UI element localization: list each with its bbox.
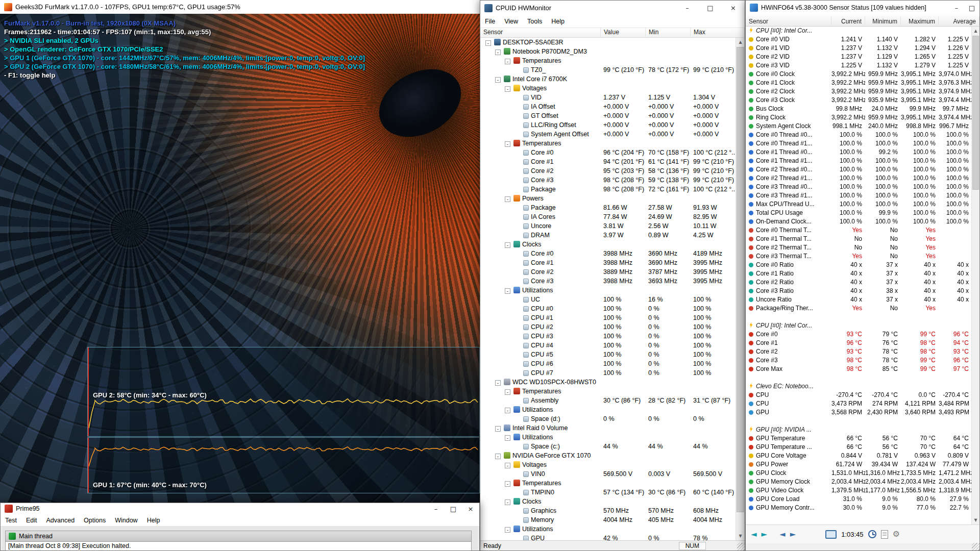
hwmonitor-sensor-row[interactable]: Core #398 °C (208 °F)59 °C (138 °F)99 °C… (480, 176, 736, 185)
prime95-titlebar[interactable]: Prime95 – □ × (1, 503, 479, 514)
column-average[interactable]: Average (939, 16, 979, 25)
tree-expand-box[interactable]: - (505, 499, 510, 505)
furmark-titlebar[interactable]: Geeks3D FurMark v1.17.0.0 - 107FPS, GPU1… (0, 0, 480, 14)
hwinfo-sensor-row[interactable]: CPU [#0]: Intel Cor... (746, 27, 972, 35)
main-thread-titlebar[interactable]: Main thread (5, 531, 472, 542)
hwmonitor-sensor-row[interactable]: -Utilizations (480, 433, 736, 442)
prev-page-button[interactable]: ◄ (751, 531, 757, 538)
maximize-button[interactable]: □ (964, 1, 979, 15)
hwinfo-sensor-row[interactable]: Core #1 VID1.237 V1.132 V1.294 V1.226 V (746, 44, 972, 53)
hwmonitor-sensor-row[interactable]: LLC/Ring Offset+0.000 V+0.000 V+0.000 V (480, 120, 736, 130)
prev-sensor-button[interactable]: ◄ (779, 531, 786, 538)
minimize-button[interactable]: – (676, 1, 699, 15)
hwmonitor-sensor-row[interactable]: -NVIDIA GeForce GTX 1070 (480, 451, 736, 460)
hwmonitor-sensor-row[interactable]: VID1.237 V1.125 V1.304 V (480, 93, 736, 102)
menu-item-help[interactable]: Help (142, 514, 165, 526)
hwinfo-sensor-row[interactable]: Bus Clock99.8 MHz24.0 MHz99.9 MHz99.7 MH… (746, 105, 972, 113)
close-button[interactable]: × (462, 503, 479, 514)
scroll-up-icon[interactable]: ▲ (736, 38, 745, 46)
hwinfo-scrollbar[interactable]: ▲ ▼ (971, 27, 979, 524)
hwmonitor-sensor-row[interactable]: CPU #7100 %0 %100 % (480, 368, 736, 378)
hwinfo-sensor-row[interactable]: On-Demand Clock...100.0 %100.0 %100.0 %1… (746, 217, 972, 226)
hwinfo-sensor-row[interactable]: Core #2 Thermal T...NoNoYes (746, 243, 972, 252)
resize-grip[interactable] (737, 543, 745, 550)
hwinfo-sensor-row[interactable]: GPU Temperature66 °C56 °C70 °C64 °C (746, 434, 972, 443)
hwmonitor-sensor-row[interactable]: -Intel Raid 0 Volume (480, 423, 736, 433)
hwmonitor-sensor-row[interactable]: Uncore3.81 W2.56 W10.11 W (480, 221, 736, 231)
hwinfo-sensor-row[interactable]: Package/Ring Ther...YesNoYes (746, 304, 972, 313)
column-minimum[interactable]: Minimum (865, 16, 901, 25)
hwmonitor-sensor-row[interactable]: VIN0569.500 V0.003 V569.500 V (480, 469, 736, 479)
tree-expand-box[interactable]: - (495, 426, 501, 432)
hwinfo-sensor-row[interactable]: Core #1 Thermal T...NoNoYes (746, 235, 972, 243)
hwinfo-sensor-row[interactable]: Core #1 Thread #0...100.0 %99.2 %100.0 %… (746, 148, 972, 157)
hwinfo-sensor-row[interactable]: GPU3,568 RPM2,430 RPM3,640 RPM3,493 RPM (746, 408, 972, 417)
hwinfo-titlebar[interactable]: HWiNFO64 v5.38-3000 Sensor Status [109 v… (746, 1, 979, 15)
close-button[interactable]: × (722, 1, 745, 15)
tree-expand-box[interactable]: - (495, 49, 501, 55)
hwmonitor-sensor-row[interactable]: Core #23889 MHz3787 MHz3995 MHz (480, 267, 736, 277)
tree-expand-box[interactable]: - (505, 527, 510, 533)
hwinfo-sensor-row[interactable]: Core #2 VID1.237 V1.129 V1.265 V1.225 V (746, 53, 972, 61)
column-min[interactable]: Min (646, 28, 691, 37)
hwinfo-sensor-row[interactable]: Core #0 Clock3,992.2 MHz959.9 MHz3,995.1… (746, 70, 972, 79)
hwmonitor-sensor-row[interactable]: IA Cores77.84 W24.69 W82.95 W (480, 212, 736, 221)
hwmonitor-sensor-row[interactable]: -Notebook P870DM2_DM3 (480, 47, 736, 56)
column-value[interactable]: Value (601, 28, 646, 37)
hwmonitor-sensor-row[interactable]: GT Offset+0.000 V+0.000 V+0.000 V (480, 111, 736, 120)
hwinfo-sensor-row[interactable]: Core #0 Ratio40 x37 x40 x40 x (746, 261, 972, 269)
hwmonitor-sensor-row[interactable]: System Agent Offset+0.000 V+0.000 V+0.00… (480, 130, 736, 139)
hwinfo-sensor-row[interactable] (746, 417, 972, 425)
hwinfo-sensor-row[interactable]: Core #0 VID1.241 V1.140 V1.282 V1.225 V (746, 35, 972, 44)
hwinfo-sensor-row[interactable]: Core #1 Clock3,992.2 MHz959.9 MHz3,995.1… (746, 79, 972, 87)
hwmonitor-sensor-row[interactable]: Core #33988 MHz3693 MHz3995 MHz (480, 277, 736, 286)
hwmonitor-sensor-row[interactable]: DRAM3.97 W0.89 W4.25 W (480, 231, 736, 240)
menu-item-view[interactable]: View (500, 15, 523, 28)
hwinfo-sensor-row[interactable]: GPU Core Voltage0.844 V0.781 V0.963 V0.8… (746, 452, 972, 460)
column-sensor[interactable]: Sensor (746, 16, 831, 25)
hwinfo-sensor-row[interactable]: Core #3 Thread #1...100.0 %100.0 %100.0 … (746, 191, 972, 200)
hwmonitor-sensor-row[interactable]: Core #13988 MHz3690 MHz3995 MHz (480, 258, 736, 267)
hwmonitor-sensor-row[interactable]: Package98 °C (208 °F)72 °C (161 °F)100 °… (480, 185, 736, 194)
scroll-down-icon[interactable]: ▼ (972, 516, 979, 524)
hwinfo-sensor-row[interactable]: GPU Memory Contr...30.0 %9.0 %77.0 %22.7… (746, 504, 972, 512)
hwmonitor-sensor-row[interactable]: -Temperatures (480, 387, 736, 396)
hwmonitor-sensor-row[interactable]: CPU #0100 %0 %100 % (480, 304, 736, 313)
hwinfo-sensor-row[interactable]: Core #3 Clock3,992.2 MHz935.9 MHz3,995.1… (746, 96, 972, 105)
tree-expand-box[interactable]: - (485, 40, 491, 46)
hwmonitor-sensor-row[interactable]: -Powers (480, 194, 736, 203)
hwinfo-sensor-row[interactable]: GPU Temperature ...66 °C56 °C70 °C64 °C (746, 443, 972, 452)
hwinfo-sensor-row[interactable]: Ring Clock3,992.2 MHz959.9 MHz3,995.1 MH… (746, 113, 972, 122)
maximize-button[interactable]: □ (699, 1, 722, 15)
hwinfo-sensor-row[interactable]: Core #3 Ratio40 x38 x40 x40 x (746, 287, 972, 295)
menu-item-options[interactable]: Options (79, 514, 110, 526)
hwinfo-sensor-row[interactable]: GPU Memory Clock2,003.4 MHz2,003.4 MHz2,… (746, 478, 972, 486)
settings-gear-icon[interactable]: ⚙ (893, 530, 900, 538)
hwinfo-sensor-row[interactable]: CPU [#0]: Intel Cor... (746, 321, 972, 330)
hwinfo-sensor-row[interactable]: Core #293 °C78 °C98 °C93 °C (746, 347, 972, 356)
hwmonitor-sensor-row[interactable]: IA Offset+0.000 V+0.000 V+0.000 V (480, 102, 736, 111)
tree-expand-box[interactable]: - (505, 141, 510, 147)
resize-grip[interactable] (972, 543, 979, 550)
hwinfo-sensor-row[interactable]: Core #3 VID1.225 V1.132 V1.279 V1.225 V (746, 61, 972, 70)
tree-expand-box[interactable]: - (505, 288, 510, 294)
hwmonitor-sensor-row[interactable]: TMPIN057 °C (134 °F)30 °C (86 °F)60 °C (… (480, 488, 736, 497)
hwinfo-sensor-row[interactable]: Core #3 Thread #0...100.0 %100.0 %100.0 … (746, 183, 972, 191)
scroll-up-icon[interactable]: ▲ (972, 27, 979, 35)
tree-expand-box[interactable]: - (505, 408, 510, 413)
next-sensor-button[interactable]: ► (790, 531, 796, 538)
hwmonitor-sensor-row[interactable]: CPU #4100 %0 %100 % (480, 341, 736, 350)
hwinfo-sensor-row[interactable]: Total CPU Usage100.0 %99.9 %100.0 %100.0… (746, 209, 972, 217)
menu-item-test[interactable]: Test (1, 514, 21, 526)
hwinfo-sensor-row[interactable]: GPU Core Load31.0 %9.0 %80.0 %27.9 % (746, 495, 972, 504)
hwinfo-sensor-row[interactable]: CPU3,473 RPM274 RPM4,121 RPM3,484 RPM (746, 399, 972, 408)
hwmonitor-sensor-row[interactable]: Graphics570 MHz570 MHz608 MHz (480, 506, 736, 515)
hwinfo-sensor-row[interactable]: Core #2 Ratio40 x37 x40 x40 x (746, 278, 972, 287)
hwinfo-sensor-row[interactable]: Core #0 Thermal T...YesNoYes (746, 226, 972, 235)
hwmonitor-sensor-row[interactable]: Core #03988 MHz3690 MHz4189 MHz (480, 249, 736, 258)
hwmonitor-scrollbar[interactable]: ▲ ▼ (736, 38, 745, 540)
hwinfo-sensor-row[interactable]: Core #2 Thread #0...100.0 %100.0 %100.0 … (746, 165, 972, 174)
menu-item-tools[interactable]: Tools (523, 15, 547, 28)
menu-item-edit[interactable]: Edit (21, 514, 42, 526)
hwinfo-sensor-row[interactable]: Core #0 Thread #1...100.0 %100.0 %100.0 … (746, 139, 972, 148)
